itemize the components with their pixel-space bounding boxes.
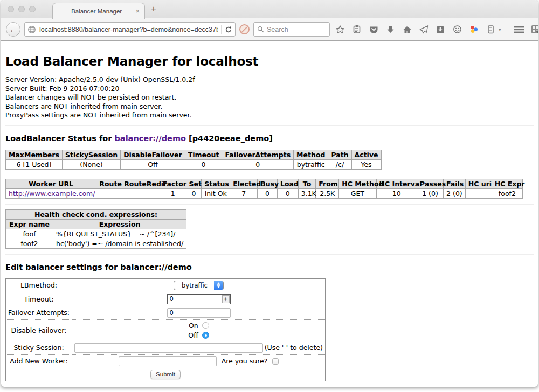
table-header-row: MaxMembers StickySession DisableFailover… bbox=[6, 150, 382, 159]
browser-window: Balancer Manager × + ← localhost:8880/ba… bbox=[1, 0, 538, 387]
submit-row: Submit bbox=[6, 368, 326, 381]
add-worker-label: Add New Worker: bbox=[6, 354, 72, 368]
inherit-note-line: Balancers are NOT inherited from main se… bbox=[5, 102, 534, 111]
page-title: Load Balancer Manager for localhost bbox=[5, 54, 534, 68]
workers-table: Worker URL Route RouteRedir Factor Set S… bbox=[5, 179, 523, 199]
tab-strip: Balancer Manager × + bbox=[1, 0, 538, 18]
zoom-window-icon[interactable] bbox=[29, 6, 36, 12]
sticky-session-label: Sticky Session: bbox=[6, 341, 72, 354]
reload-icon[interactable] bbox=[225, 26, 232, 33]
bookmarks-sidebar-icon[interactable] bbox=[350, 23, 363, 36]
expr-row: foof %{REQUEST_STATUS} =~ /^[234]/ bbox=[6, 229, 186, 239]
sticky-session-input[interactable] bbox=[74, 343, 263, 353]
colored-dots-extension-icon[interactable] bbox=[467, 23, 480, 36]
submit-button[interactable]: Submit bbox=[150, 370, 181, 379]
balancer-demo-link[interactable]: balancer://demo bbox=[114, 134, 186, 143]
window-controls bbox=[8, 6, 36, 12]
radio-on-label: On bbox=[189, 321, 198, 330]
search-placeholder[interactable]: Search bbox=[267, 26, 288, 33]
edit-balancer-form: LBmethod: bytraffic Timeout: 0 bbox=[5, 278, 326, 381]
status-heading-suffix: [p4420eeae_demo] bbox=[186, 134, 273, 143]
number-stepper-icon[interactable]: ▲▼ bbox=[222, 295, 230, 303]
disable-failover-row: Disable Failover: On Off bbox=[6, 319, 326, 341]
tab-close-icon[interactable]: × bbox=[135, 8, 140, 15]
confirm-label: Are you sure? bbox=[222, 357, 268, 365]
send-tab-icon[interactable] bbox=[417, 23, 430, 36]
worker-url-link[interactable]: http://www.example.com/ bbox=[9, 190, 95, 198]
divider bbox=[5, 254, 534, 255]
globe-icon bbox=[27, 25, 36, 34]
downloads-icon[interactable] bbox=[384, 23, 397, 36]
overflow-caret-icon[interactable]: ▾ bbox=[499, 27, 501, 32]
balancer-params-table: MaxMembers StickySession DisableFailover… bbox=[5, 150, 382, 170]
tab-title: Balancer Manager bbox=[58, 8, 135, 15]
navigation-toolbar: ← localhost:8880/balancer-manager?b=demo… bbox=[1, 18, 538, 41]
lbmethod-select[interactable]: bytraffic bbox=[174, 281, 224, 290]
page-content: Load Balancer Manager for localhost Serv… bbox=[1, 41, 538, 386]
health-check-table: Health check cond. expressions: Expr nam… bbox=[5, 209, 186, 249]
bookmark-star-icon[interactable] bbox=[334, 23, 347, 36]
addon-download-icon[interactable] bbox=[434, 23, 447, 36]
minimize-window-icon[interactable] bbox=[18, 6, 25, 12]
server-info: Server Version: Apache/2.5.0-dev (Unix) … bbox=[5, 75, 534, 120]
divider bbox=[5, 125, 534, 126]
content-blocked-icon[interactable] bbox=[239, 24, 250, 34]
back-button[interactable]: ← bbox=[6, 22, 20, 37]
sticky-session-hint: (Use '-' to delete) bbox=[265, 344, 323, 352]
home-icon[interactable] bbox=[400, 23, 413, 36]
worker-row: http://www.example.com/ 1 0 Init Ok 7 0 … bbox=[6, 188, 523, 198]
pocket-icon[interactable] bbox=[367, 23, 380, 36]
edit-settings-heading: Edit balancer settings for balancer://de… bbox=[5, 263, 534, 271]
server-version-line: Server Version: Apache/2.5.0-dev (Unix) … bbox=[5, 75, 534, 85]
col-active: Active bbox=[351, 150, 381, 159]
add-worker-row: Add New Worker: Are you sure? bbox=[6, 354, 326, 368]
new-tab-button[interactable]: + bbox=[151, 4, 156, 15]
radio-off-selected[interactable] bbox=[202, 332, 209, 339]
feedback-smiley-icon[interactable] bbox=[451, 23, 464, 36]
url-text[interactable]: localhost:8880/balancer-manager?b=demo&n… bbox=[39, 26, 218, 33]
tab-groups-grid-icon[interactable] bbox=[529, 23, 538, 36]
col-disablefailover: DisableFailover bbox=[121, 150, 185, 159]
failover-attempts-row: Failover Attempts: bbox=[6, 306, 326, 319]
container-extension-icon[interactable] bbox=[484, 23, 497, 36]
failover-attempts-input[interactable] bbox=[167, 308, 231, 318]
col-failoverattempts: FailoverAttempts bbox=[222, 150, 294, 159]
select-stepper-icon bbox=[214, 281, 223, 290]
close-window-icon[interactable] bbox=[8, 6, 14, 12]
table-header-row: Expr name Expression bbox=[6, 219, 186, 229]
health-table-title: Health check cond. expressions: bbox=[6, 209, 186, 219]
lbmethod-label: LBmethod: bbox=[6, 278, 72, 292]
timeout-row: Timeout: 0 ▲▼ bbox=[6, 292, 326, 306]
tab-balancer-manager[interactable]: Balancer Manager × bbox=[52, 3, 145, 19]
server-built-line: Server Built: Feb 9 2016 07:00:20 bbox=[5, 85, 534, 94]
expr-row: foof2 hc('body') =~ /domain is establish… bbox=[6, 239, 186, 248]
search-icon bbox=[257, 26, 264, 33]
timeout-input[interactable]: 0 ▲▼ bbox=[167, 294, 231, 304]
table-header-row: Worker URL Route RouteRedir Factor Set S… bbox=[6, 179, 523, 188]
persist-note-line: Balancer changes will NOT be persisted o… bbox=[5, 93, 534, 102]
col-stickysession: StickySession bbox=[62, 150, 120, 159]
balancer-status-heading: LoadBalancer Status for balancer://demo … bbox=[5, 134, 534, 143]
disable-failover-label: Disable Failover: bbox=[6, 319, 72, 341]
sticky-session-row: Sticky Session: (Use '-' to delete) bbox=[6, 341, 326, 354]
radio-off-label: Off bbox=[188, 331, 198, 339]
col-path: Path bbox=[328, 150, 351, 159]
col-method: Method bbox=[294, 150, 328, 159]
url-bar[interactable]: localhost:8880/balancer-manager?b=demo&n… bbox=[24, 22, 236, 37]
search-bar[interactable]: Search bbox=[253, 22, 330, 37]
col-timeout: Timeout bbox=[185, 150, 222, 159]
status-heading-prefix: LoadBalancer Status for bbox=[5, 134, 114, 143]
timeout-label: Timeout: bbox=[6, 292, 72, 306]
divider bbox=[5, 204, 534, 205]
radio-on-unselected[interactable] bbox=[202, 322, 209, 329]
table-row: 6 [1 Used] (None) Off 0 0 bytraffic /c/ … bbox=[6, 159, 382, 169]
failover-attempts-label: Failover Attempts: bbox=[6, 306, 72, 319]
menu-hamburger-icon[interactable] bbox=[513, 23, 526, 36]
add-worker-input[interactable] bbox=[119, 356, 217, 366]
confirm-checkbox[interactable] bbox=[272, 358, 279, 365]
proxypass-note-line: ProxyPass settings are NOT inherited fro… bbox=[5, 111, 534, 120]
lbmethod-row: LBmethod: bytraffic bbox=[6, 278, 326, 292]
col-maxmembers: MaxMembers bbox=[6, 150, 63, 159]
